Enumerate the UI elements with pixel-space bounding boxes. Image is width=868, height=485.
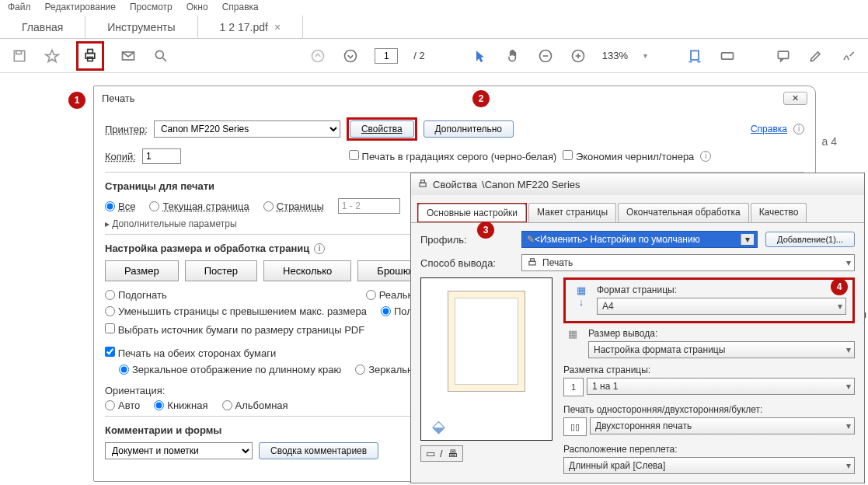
props-tab-finish[interactable]: Окончательная обработка bbox=[618, 203, 749, 222]
duplex-label: Печать односторонняя/двухсторонняя/букле… bbox=[563, 404, 855, 415]
callout-1: 1 bbox=[68, 92, 85, 109]
eco-checkbox[interactable]: Экономия чернил/тонера bbox=[563, 150, 694, 162]
seg-poster[interactable]: Постер bbox=[185, 260, 257, 281]
printer-select[interactable]: Canon MF220 Series bbox=[154, 120, 340, 138]
preview-printer-icon: 🖶 bbox=[448, 448, 458, 459]
pages-range-input[interactable] bbox=[338, 198, 400, 214]
radio-pages[interactable]: Страницы bbox=[263, 201, 324, 212]
props-tab-quality[interactable]: Качество bbox=[751, 203, 807, 222]
radio-orient-auto[interactable]: Авто bbox=[105, 400, 140, 411]
fit-width-icon[interactable] bbox=[686, 47, 703, 65]
print-dialog-title: Печать bbox=[102, 92, 135, 104]
format-label: Формат страницы: bbox=[597, 284, 846, 295]
paper-source-checkbox[interactable]: Выбрать источник бумаги по размеру стран… bbox=[105, 324, 364, 336]
outsize-label: Размер вывода: bbox=[588, 328, 855, 339]
binding-select[interactable]: Длинный край [Слева] bbox=[563, 457, 855, 474]
comments-select[interactable]: Документ и пометки bbox=[105, 442, 253, 459]
size-info-icon[interactable]: i bbox=[314, 243, 325, 254]
profile-pencil-icon: ✎ bbox=[527, 234, 535, 245]
layout-select[interactable]: 1 на 1 bbox=[587, 378, 855, 395]
page-up-icon[interactable] bbox=[309, 47, 326, 65]
profile-add-button[interactable]: Добавление(1)... bbox=[765, 232, 855, 247]
duplex-select[interactable]: Двухсторонняя печать bbox=[590, 417, 855, 434]
sign-icon[interactable] bbox=[840, 47, 857, 65]
svg-rect-4 bbox=[88, 49, 93, 53]
svg-rect-1 bbox=[16, 51, 22, 54]
pointer-icon[interactable] bbox=[472, 47, 489, 65]
page-thumbnail bbox=[448, 291, 525, 392]
layout-label: Разметка страницы: bbox=[563, 365, 855, 375]
zoom-out-icon[interactable] bbox=[537, 47, 554, 65]
comments-summary-button[interactable]: Сводка комментариев bbox=[259, 442, 378, 459]
output-select[interactable]: Печать bbox=[521, 254, 855, 271]
tab-document[interactable]: 1 2 17.pdf × bbox=[198, 16, 303, 38]
profile-select[interactable]: ✎ <Изменить> Настройки по умолчанию bbox=[521, 231, 758, 248]
props-tab-layout[interactable]: Макет страницы bbox=[528, 203, 616, 222]
tab-close-icon[interactable]: × bbox=[274, 21, 281, 33]
output-label: Способ вывода: bbox=[420, 257, 514, 269]
seg-size[interactable]: Размер bbox=[105, 260, 179, 281]
svg-rect-18 bbox=[722, 52, 734, 58]
layout-icon-1[interactable]: 1 bbox=[563, 378, 584, 396]
highlight-icon[interactable] bbox=[807, 47, 824, 65]
format-select[interactable]: A4 bbox=[597, 298, 846, 315]
print-icon[interactable] bbox=[82, 47, 99, 64]
seg-multi[interactable]: Несколько bbox=[263, 260, 351, 281]
preview-toggle[interactable]: ▭/ 🖶 bbox=[420, 445, 463, 462]
props-title-prefix: Свойства bbox=[433, 179, 477, 190]
printer-properties-dialog: Свойства \Canon MF220 Series Основные на… bbox=[410, 173, 865, 483]
menu-window[interactable]: Окно bbox=[186, 2, 208, 14]
copies-input[interactable] bbox=[142, 148, 181, 164]
page-down-icon[interactable] bbox=[342, 47, 359, 65]
print-dialog-close[interactable]: ✕ bbox=[783, 92, 807, 105]
props-tab-main[interactable]: Основные настройки bbox=[418, 204, 526, 222]
advanced-button[interactable]: Дополнительно bbox=[424, 120, 514, 138]
radio-fit[interactable]: Подогнать bbox=[105, 289, 167, 301]
tab-home[interactable]: Главная bbox=[0, 16, 85, 38]
mail-icon[interactable] bbox=[120, 47, 137, 65]
radio-all[interactable]: Все bbox=[105, 201, 135, 212]
menu-file[interactable]: Файл bbox=[8, 2, 31, 14]
print-preview: ⬙ bbox=[420, 277, 553, 441]
help-link[interactable]: Справка bbox=[751, 124, 787, 134]
menu-help[interactable]: Справка bbox=[222, 2, 259, 14]
menu-edit[interactable]: Редактирование bbox=[45, 2, 116, 14]
eco-info-icon[interactable]: i bbox=[700, 151, 711, 162]
copies-label: Копий: bbox=[105, 151, 136, 162]
format-highlight: 4 ▦↓ Формат страницы: A4 bbox=[563, 277, 855, 323]
props-tabs: Основные настройки Макет страницы Оконча… bbox=[411, 195, 864, 223]
star-icon[interactable] bbox=[44, 47, 61, 65]
callout-3: 3 bbox=[477, 222, 494, 239]
callout-4: 4 bbox=[831, 278, 848, 295]
radio-shrink[interactable]: Уменьшить страницы с превышением макс. р… bbox=[105, 305, 367, 317]
radio-real[interactable]: Реальн bbox=[366, 289, 413, 301]
radio-orient-landscape[interactable]: Альбомная bbox=[222, 400, 288, 411]
svg-rect-17 bbox=[691, 51, 699, 60]
help-info-icon[interactable]: i bbox=[793, 124, 804, 134]
radio-current[interactable]: Текущая страница bbox=[149, 201, 249, 212]
search-icon[interactable] bbox=[152, 47, 169, 65]
duplex-checkbox[interactable]: Печать на обеих сторонах бумаги bbox=[105, 347, 276, 359]
menu-view[interactable]: Просмотр bbox=[130, 2, 173, 14]
svg-rect-23 bbox=[531, 259, 535, 262]
preview-3d-icon[interactable]: ⬙ bbox=[432, 417, 445, 437]
keyboard-icon[interactable] bbox=[719, 47, 736, 65]
zoom-value[interactable]: 133% bbox=[602, 50, 628, 61]
svg-point-9 bbox=[312, 50, 324, 61]
comment-icon[interactable] bbox=[775, 47, 792, 65]
format-page-icon: ▦↓ bbox=[572, 284, 591, 308]
print-dialog-titlebar: Печать ✕ bbox=[94, 86, 815, 110]
page-current-input[interactable] bbox=[375, 48, 398, 64]
radio-flip-long[interactable]: Зеркальное отображение по длинному краю bbox=[119, 364, 341, 375]
hand-icon[interactable] bbox=[504, 47, 521, 65]
radio-orient-portrait[interactable]: Книжная bbox=[154, 400, 207, 411]
save-icon[interactable] bbox=[11, 47, 28, 65]
zoom-in-icon[interactable] bbox=[570, 47, 587, 65]
grayscale-checkbox[interactable]: Печать в градациях серого (черно-белая) bbox=[349, 150, 556, 162]
tab-tools[interactable]: Инструменты bbox=[85, 16, 197, 38]
zoom-chevron-icon[interactable]: ▾ bbox=[643, 51, 647, 60]
properties-button[interactable]: Свойства bbox=[350, 120, 414, 138]
outsize-select[interactable]: Настройка формата страницы bbox=[588, 341, 855, 358]
print-button-highlight bbox=[76, 41, 104, 71]
page-text-a4: а 4 bbox=[822, 135, 837, 148]
